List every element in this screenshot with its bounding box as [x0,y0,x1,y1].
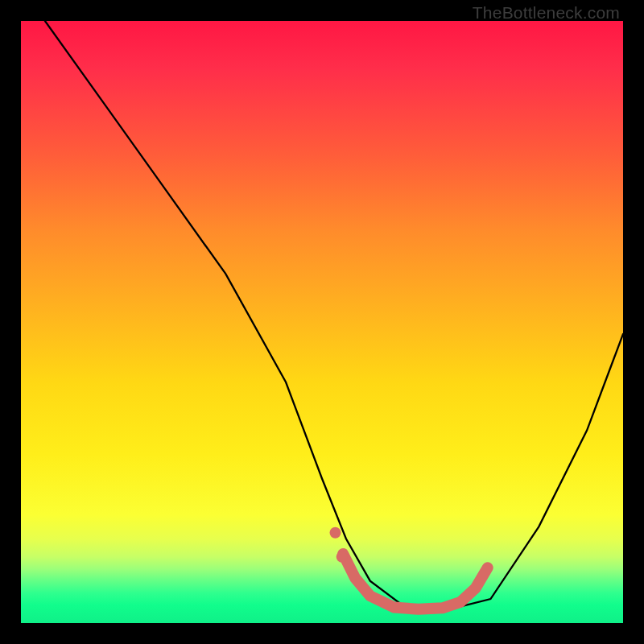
chart-frame [21,21,623,623]
highlight-segment [343,554,488,609]
highlight-dot [336,551,348,563]
highlight-dots [330,527,348,563]
highlight-segment-path [343,554,488,609]
watermark-text: TheBottleneck.com [473,3,620,23]
bottleneck-curve-path [45,21,623,611]
highlight-dot [330,527,341,539]
chart-svg [21,21,623,623]
chart-curve [45,21,623,611]
